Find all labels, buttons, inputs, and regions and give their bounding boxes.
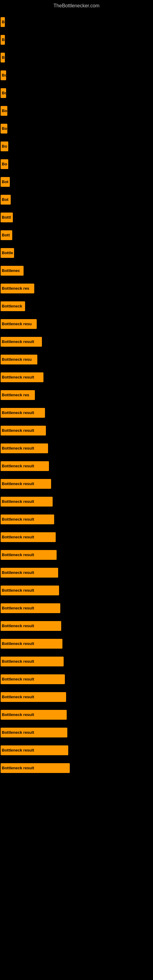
bar-label: Bottleneck result [1, 444, 48, 453]
bar-label: Bottle [1, 248, 14, 258]
bar-label: B [1, 35, 5, 45]
bar-row: Bottleneck result [0, 404, 153, 422]
bar-label: Bottleneck result [1, 372, 43, 382]
bar-row: B [0, 13, 153, 31]
bar-row: Bo [0, 155, 153, 173]
bar-label: Bottleneck resu [1, 319, 37, 329]
bar-row: Bottleneck result [0, 333, 153, 351]
bar-label: Bottleneck result [1, 657, 64, 667]
bar-row: Bottlenec [0, 262, 153, 280]
bar-row: Bo [0, 67, 153, 84]
bar-row: Bottleneck result [0, 439, 153, 457]
bar-label: Bottleneck result [1, 532, 56, 542]
bar-row: Bottle [0, 244, 153, 262]
bar-row: Bottleneck result [0, 582, 153, 599]
bar-row: Bottleneck result [0, 670, 153, 688]
bar-label: Bottleneck result [1, 763, 70, 773]
bar-row: Bottleneck result [0, 599, 153, 617]
bar-row: Bo [0, 102, 153, 120]
bar-label: Bottleneck result [1, 568, 58, 578]
bar-row: B [0, 49, 153, 67]
bar-row: Bottleneck result [0, 511, 153, 528]
bar-label: Bo [1, 70, 6, 80]
bar-row: Bo [0, 84, 153, 102]
bar-label: Bottleneck result [1, 675, 65, 684]
bar-row: Bottleneck result [0, 564, 153, 582]
bar-row: Bottleneck result [0, 688, 153, 706]
bar-label: Bottleneck result [1, 461, 49, 471]
bar-label: Bottlenec [1, 266, 24, 275]
bar-label: Bottleneck [1, 301, 25, 311]
bar-label: Bottl [1, 213, 13, 222]
bar-row: Bott [0, 226, 153, 244]
bar-label: Bottleneck result [1, 514, 54, 524]
bar-row: Bottleneck result [0, 759, 153, 777]
bar-label: Bo [1, 159, 8, 169]
bar-row: Bottleneck result [0, 635, 153, 652]
bars-container: BBBBoBoBoBoBoBoBotBotBottlBottBottleBott… [0, 10, 153, 777]
bar-label: Bottleneck result [1, 426, 46, 436]
bar-label: Bo [1, 142, 8, 151]
bar-label: Bottleneck result [1, 728, 67, 737]
bar-label: Bottleneck res [1, 283, 34, 293]
bar-row: Bottleneck resu [0, 315, 153, 333]
bar-row: Bottleneck result [0, 422, 153, 439]
bar-row: Bottleneck res [0, 386, 153, 404]
bar-row: Bottleneck result [0, 528, 153, 546]
bar-row: Bottleneck result [0, 706, 153, 724]
bar-label: Bo [1, 124, 7, 134]
bar-label: Bottleneck result [1, 710, 67, 720]
bar-row: Bottleneck result [0, 493, 153, 511]
bar-label: Bottleneck result [1, 337, 42, 347]
bar-row: Bottleneck res [0, 280, 153, 298]
bar-label: Bottleneck result [1, 639, 62, 649]
bar-row: Bottleneck result [0, 617, 153, 635]
bar-label: Bottleneck result [1, 745, 68, 755]
bar-row: Bottleneck result [0, 457, 153, 475]
site-title: TheBottlenecker.com [0, 0, 153, 10]
bar-row: Bottleneck [0, 298, 153, 315]
bar-label: Bottleneck result [1, 497, 53, 506]
bar-label: Bo [1, 88, 6, 98]
bar-row: Bottleneck result [0, 652, 153, 670]
bar-label: Bottleneck result [1, 585, 59, 595]
bar-label: Bot [1, 177, 10, 187]
bar-row: B [0, 31, 153, 49]
bar-label: Bottleneck result [1, 479, 51, 489]
bar-row: Bottleneck resu [0, 351, 153, 368]
bar-row: Bot [0, 191, 153, 208]
bar-row: Bottleneck result [0, 475, 153, 493]
bar-row: Bottleneck result [0, 368, 153, 386]
bar-row: Bottl [0, 208, 153, 226]
bar-row: Bottleneck result [0, 546, 153, 564]
bar-label: Bot [1, 195, 11, 205]
bar-row: Bottleneck result [0, 724, 153, 741]
bar-row: Bot [0, 173, 153, 191]
bar-label: B [1, 17, 5, 27]
bar-label: Bott [1, 230, 12, 240]
bar-label: Bottleneck result [1, 692, 66, 702]
bar-label: Bottleneck resu [1, 355, 37, 364]
bar-label: B [1, 52, 5, 62]
bar-row: Bo [0, 120, 153, 137]
bar-label: Bottleneck result [1, 621, 61, 631]
bar-label: Bottleneck result [1, 550, 57, 560]
bar-label: Bottleneck result [1, 408, 45, 418]
bar-row: Bottleneck result [0, 741, 153, 759]
bar-row: Bo [0, 137, 153, 155]
bar-label: Bottleneck res [1, 390, 35, 400]
bar-label: Bottleneck result [1, 603, 60, 613]
bar-label: Bo [1, 106, 7, 116]
